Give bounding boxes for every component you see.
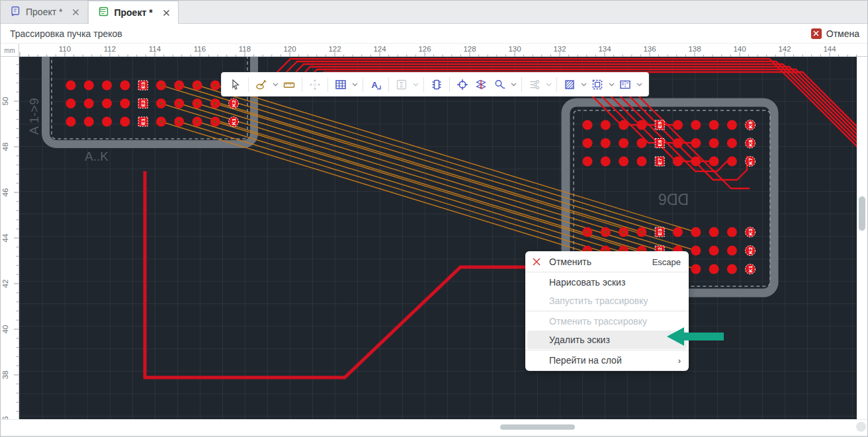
- toolbar-separator: [302, 77, 302, 92]
- menu-separator: [525, 311, 689, 311]
- chevron-down-icon: [352, 83, 358, 87]
- green-pointer-arrow: [664, 325, 725, 350]
- vertical-scrollbar[interactable]: [857, 57, 867, 419]
- toolbar-separator: [327, 77, 328, 92]
- svg-text:120: 120: [283, 45, 296, 53]
- context-menu: ОтменитьEscapeНарисовать эскизЗапустить …: [525, 251, 689, 371]
- selection-filter-tool-button[interactable]: [589, 75, 606, 94]
- move-tool-button[interactable]: [306, 75, 324, 94]
- menu-item-label: Отменить: [549, 257, 591, 267]
- svg-text:136: 136: [643, 45, 656, 53]
- close-tab-icon[interactable]: [163, 9, 170, 17]
- menu-item[interactable]: ОтменитьEscape: [525, 253, 689, 271]
- chevron-down-icon: [511, 83, 517, 87]
- svg-text:E8: E8: [657, 139, 663, 146]
- svg-text:132: 132: [553, 45, 566, 53]
- text-orientation-tool-button[interactable]: A: [367, 75, 384, 94]
- select-tool-button[interactable]: [227, 75, 244, 94]
- menu-item-label: Отменить трассировку: [549, 316, 647, 327]
- svg-text:E9: E9: [657, 122, 663, 128]
- svg-text:140: 140: [733, 45, 746, 53]
- svg-text:DD6: DD6: [658, 190, 689, 208]
- chevron-down-icon: [413, 83, 419, 87]
- zoom-region-tool-dropdown[interactable]: [509, 75, 517, 94]
- text-orientation-tool-icon: A: [369, 78, 382, 91]
- svg-text:K7: K7: [748, 157, 754, 165]
- fill-zone-tool-dropdown[interactable]: [580, 75, 587, 94]
- svg-text:E1: E1: [140, 118, 146, 125]
- cancel-operation-button[interactable]: Отмена: [811, 28, 859, 39]
- menu-separator: [525, 272, 689, 272]
- toolbar-separator: [363, 77, 363, 92]
- draw-sketch-tool-button[interactable]: [253, 75, 270, 94]
- fill-zone-tool-button[interactable]: [561, 75, 578, 94]
- selection-filter-tool-icon: [591, 78, 604, 91]
- net-nodes-tool-button[interactable]: [526, 75, 543, 94]
- menu-item[interactable]: Запустить трассировку: [525, 292, 689, 310]
- tab-project-pcb[interactable]: Проект *: [88, 1, 178, 24]
- svg-text:E7: E7: [657, 158, 663, 165]
- svg-text:134: 134: [598, 45, 611, 53]
- menu-item[interactable]: Удалить эскиз: [527, 331, 687, 349]
- horizontal-scroll-thumb[interactable]: [500, 424, 575, 430]
- svg-text:A: A: [372, 79, 378, 89]
- close-tab-icon[interactable]: [72, 9, 79, 16]
- center-target-tool-icon: [456, 78, 469, 91]
- pcb-canvas[interactable]: A 1->9A..KDD6E3K3E2K2E1K1E9K9E8K8E7K7E3K…: [19, 57, 857, 419]
- svg-text:114: 114: [149, 45, 161, 53]
- net-nodes-tool-icon: [528, 78, 541, 91]
- scroll-corner-button[interactable]: [856, 422, 866, 432]
- flip-layer-tool-button[interactable]: [472, 75, 490, 94]
- menu-item-label: Перейти на слой: [549, 355, 622, 366]
- zoom-region-tool-icon: [493, 78, 506, 91]
- measure-tool-button[interactable]: [281, 75, 298, 94]
- horizontal-ruler: 1101121141161181201221241261281301321341…: [19, 44, 858, 57]
- panels-tool-button[interactable]: [617, 75, 634, 94]
- center-target-tool-button[interactable]: [454, 75, 471, 94]
- svg-text:144: 144: [823, 45, 836, 53]
- component-tool-button[interactable]: [428, 75, 445, 94]
- svg-text:K8: K8: [748, 139, 754, 147]
- tab-project-schematic[interactable]: Проект *: [1, 1, 88, 23]
- zoom-region-tool-button[interactable]: [491, 75, 508, 94]
- measure-tool-icon: [282, 78, 296, 91]
- panels-tool-icon: [619, 78, 632, 91]
- sum-tool-button[interactable]: Σ: [393, 75, 410, 94]
- svg-text:K1: K1: [231, 118, 237, 125]
- svg-text:48: 48: [1, 143, 9, 151]
- menu-item-label: Удалить эскиз: [549, 335, 610, 345]
- menu-item[interactable]: Нарисовать эскиз: [525, 273, 689, 292]
- svg-text:142: 142: [778, 45, 791, 53]
- grid-tool-button[interactable]: [332, 75, 349, 94]
- chevron-down-icon: [581, 83, 587, 87]
- toolbar-separator: [521, 77, 522, 92]
- svg-text:Σ: Σ: [400, 81, 404, 89]
- chevron-down-icon: [609, 83, 615, 87]
- selection-filter-tool-dropdown[interactable]: [607, 75, 615, 94]
- svg-text:44: 44: [1, 233, 9, 242]
- sum-tool-dropdown[interactable]: [412, 75, 419, 94]
- fill-zone-tool-icon: [563, 78, 576, 91]
- panels-tool-dropdown[interactable]: [635, 75, 643, 94]
- menu-item-label: Нарисовать эскиз: [549, 277, 625, 288]
- net-nodes-tool-dropdown[interactable]: [544, 75, 552, 94]
- grid-tool-dropdown[interactable]: [351, 75, 359, 94]
- flip-layer-tool-icon: [474, 78, 488, 91]
- red-x-icon: [811, 28, 822, 39]
- svg-text:K3: K3: [748, 228, 754, 235]
- svg-text:126: 126: [418, 45, 431, 53]
- svg-text:A..K: A..K: [85, 149, 108, 163]
- tab-bar: Проект * Проект *: [1, 1, 867, 24]
- horizontal-scrollbar[interactable]: [1, 419, 867, 435]
- vertical-scroll-thumb[interactable]: [859, 196, 865, 231]
- svg-text:K2: K2: [231, 100, 237, 107]
- sum-tool-icon: Σ: [395, 78, 408, 91]
- select-tool-icon: [229, 78, 242, 91]
- svg-text:110: 110: [59, 45, 71, 53]
- move-tool-icon: [308, 78, 322, 91]
- chevron-down-icon: [636, 83, 642, 87]
- draw-sketch-tool-dropdown[interactable]: [271, 75, 279, 94]
- toolbar-separator: [449, 77, 450, 92]
- menu-item[interactable]: Перейти на слой›: [525, 351, 689, 370]
- svg-text:K2: K2: [748, 247, 754, 254]
